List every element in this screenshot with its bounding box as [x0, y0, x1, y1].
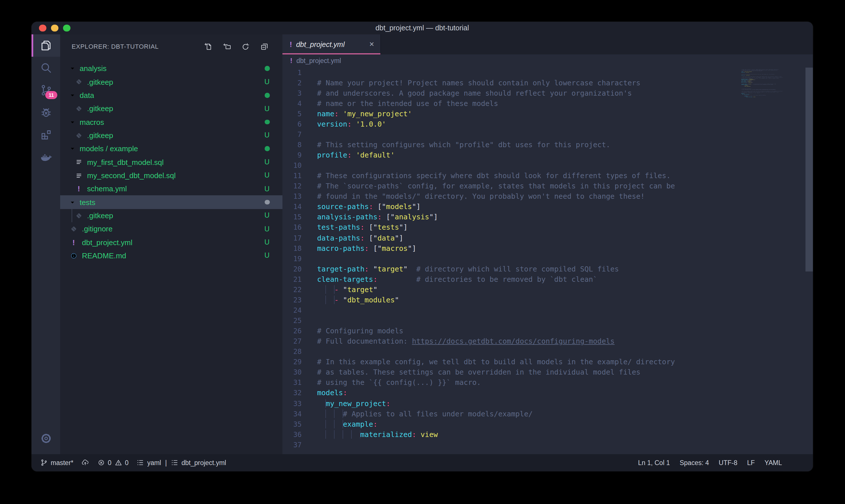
- code-line: 3# and underscores. A good package name …: [282, 88, 805, 98]
- yaml-file-icon: !: [290, 40, 292, 49]
- git-status-dot: [265, 146, 270, 151]
- extensions-icon: [39, 128, 52, 142]
- screen: dbt_project.yml — dbt-tutorial 11 EXPLOR…: [0, 0, 845, 504]
- activity-settings-button[interactable]: [32, 427, 60, 449]
- tree-item-models-example[interactable]: models / example: [60, 142, 282, 156]
- error-count: 0: [108, 459, 111, 466]
- tree-item--gitkeep[interactable]: .gitkeepU: [60, 209, 282, 222]
- tree-item-analysis[interactable]: analysis: [60, 62, 282, 75]
- git-untracked-badge: U: [264, 238, 270, 246]
- close-window-button[interactable]: [39, 24, 46, 32]
- cursor-position-status[interactable]: Ln 1, Col 1: [638, 459, 670, 466]
- indent-guide: [71, 209, 72, 222]
- scrollbar-thumb[interactable]: [806, 67, 813, 271]
- git-status-dot: [265, 200, 270, 205]
- tree-item-schema-yml[interactable]: !schema.ymlU: [60, 182, 282, 196]
- tree-item--gitkeep[interactable]: .gitkeepU: [60, 129, 282, 142]
- problems-status[interactable]: 0 0: [97, 459, 129, 467]
- tree-item-readme-md[interactable]: README.mdU: [60, 249, 282, 263]
- yaml-schema-status[interactable]: yaml | dbt_project.yml: [137, 459, 226, 467]
- activity-explorer-button[interactable]: [32, 34, 60, 57]
- git-status-dot: [265, 93, 270, 98]
- code-lines: 12# Name your project! Project names sho…: [282, 67, 805, 450]
- code-line: 35 example:: [282, 419, 805, 429]
- tree-item-my-first-dbt-model-sql[interactable]: my_first_dbt_model.sqlU: [60, 156, 282, 169]
- code-line: 37: [282, 440, 805, 450]
- tree-item-dbt-project-yml[interactable]: !dbt_project.ymlU: [60, 236, 282, 249]
- refresh-icon[interactable]: [241, 42, 250, 51]
- activity-search-button[interactable]: [32, 57, 60, 79]
- code-line: 11# These configurations specify where d…: [282, 171, 805, 181]
- sql-file-icon: [74, 172, 83, 179]
- chevron-down-icon[interactable]: [69, 145, 78, 152]
- chevron-down-icon[interactable]: [69, 119, 78, 125]
- sql-file-icon: [74, 158, 83, 166]
- cloud-upload-icon: [82, 459, 89, 467]
- breadcrumb[interactable]: ! dbt_project.yml: [282, 54, 813, 67]
- git-file-icon: [74, 212, 83, 219]
- encoding-status[interactable]: UTF-8: [719, 459, 737, 466]
- yaml-file-icon: !: [74, 185, 83, 193]
- code-line: 28: [282, 346, 805, 357]
- editor-group: ! dbt_project.yml ✕ ! dbt_project.yml 12…: [282, 34, 813, 454]
- code-line: 14source-paths: ["models"]: [282, 202, 805, 212]
- new-folder-icon[interactable]: [222, 42, 231, 51]
- git-branch-status[interactable]: master*: [40, 459, 73, 467]
- tree-item-data[interactable]: data: [60, 89, 282, 102]
- code-line: 5name: 'my_new_project': [282, 109, 805, 119]
- status-bar: master* 0 0 yaml | dbt_project.yml: [32, 454, 813, 471]
- tree-item--gitkeep[interactable]: .gitkeepU: [60, 75, 282, 89]
- code-line: 13# found in the "models/" directory. Yo…: [282, 192, 805, 202]
- chevron-down-icon[interactable]: [69, 65, 78, 72]
- code-line: 1: [282, 67, 805, 78]
- code-line: 25: [282, 316, 805, 326]
- code-line: 29# In this example config, we tell dbt …: [282, 357, 805, 367]
- info-icon: [69, 252, 78, 259]
- sync-changes-button[interactable]: [82, 459, 89, 467]
- tree-item-macros[interactable]: macros: [60, 115, 282, 129]
- code-line: 9profile: 'default': [282, 150, 805, 160]
- yaml-file-icon: !: [290, 57, 292, 65]
- new-file-icon[interactable]: [204, 42, 213, 51]
- branch-label: master*: [51, 459, 73, 466]
- close-tab-icon[interactable]: ✕: [369, 41, 374, 48]
- list-tree-icon: [171, 459, 178, 467]
- eol-status[interactable]: LF: [747, 459, 755, 466]
- explorer-sidebar: EXPLORER: DBT-TUTORIAL analysis.gitkeepU…: [60, 34, 282, 454]
- activity-extensions-button[interactable]: [32, 124, 60, 146]
- git-untracked-badge: U: [264, 225, 270, 233]
- editor[interactable]: 12# Name your project! Project names sho…: [282, 67, 813, 454]
- collapse-all-icon[interactable]: [260, 42, 268, 51]
- maximize-window-button[interactable]: [63, 24, 70, 32]
- git-file-icon: [74, 78, 83, 86]
- chevron-down-icon[interactable]: [69, 199, 78, 205]
- code-line: 22 - "target": [282, 285, 805, 295]
- minimize-window-button[interactable]: [51, 24, 58, 32]
- indentation-status[interactable]: Spaces: 4: [680, 459, 709, 466]
- language-mode-status[interactable]: YAML: [765, 459, 782, 466]
- code-line: 20target-path: "target" # directory whic…: [282, 264, 805, 274]
- code-line: 2# Name your project! Project names shou…: [282, 78, 805, 88]
- git-untracked-badge: U: [264, 131, 270, 140]
- tree-item--gitignore[interactable]: .gitignoreU: [60, 222, 282, 236]
- activity-debug-button[interactable]: [32, 101, 60, 124]
- activity-source-control-button[interactable]: 11: [32, 79, 60, 101]
- search-icon: [39, 61, 52, 74]
- activity-bar: 11: [32, 34, 60, 454]
- separator: |: [165, 459, 167, 466]
- tree-item--gitkeep[interactable]: .gitkeepU: [60, 102, 282, 115]
- git-untracked-badge: U: [264, 252, 270, 260]
- breadcrumb-item[interactable]: dbt_project.yml: [296, 57, 341, 65]
- file-indicator-label: dbt_project.yml: [181, 459, 226, 466]
- code-line: 30# as tables. These settings can be ove…: [282, 367, 805, 378]
- chevron-down-icon[interactable]: [69, 92, 78, 98]
- list-tree-icon: [137, 459, 144, 467]
- tree-item-tests[interactable]: tests: [60, 196, 282, 209]
- editor-scrollbar[interactable]: [805, 67, 813, 454]
- code-line: 12# The `source-paths` config, for examp…: [282, 181, 805, 191]
- activity-docker-button[interactable]: [32, 146, 60, 168]
- code-line: 23 - "dbt_modules": [282, 295, 805, 305]
- tree-item-my-second-dbt-model-sql[interactable]: my_second_dbt_model.sqlU: [60, 169, 282, 182]
- tab-dbt-project-yml[interactable]: ! dbt_project.yml ✕: [282, 34, 381, 54]
- explorer-title: EXPLORER: DBT-TUTORIAL: [72, 43, 159, 50]
